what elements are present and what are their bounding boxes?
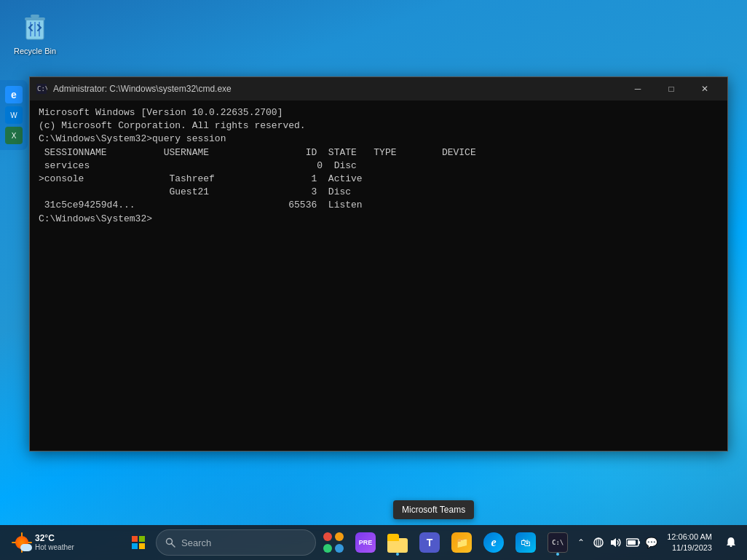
pre-icon: PRE xyxy=(355,532,376,553)
cmd-output-line-9: 31c5ce94259d4... 65536 Listen xyxy=(39,199,719,212)
search-label: Search xyxy=(181,537,211,548)
word-icon-left[interactable]: W xyxy=(5,106,23,124)
cmd-taskbar-button[interactable]: C:\ xyxy=(543,528,572,557)
file-manager-button[interactable]: 📁 xyxy=(447,528,476,557)
cmd-body[interactable]: Microsoft Windows [Version 10.0.22635.27… xyxy=(30,100,727,451)
cmd-output-line-1: Microsoft Windows [Version 10.0.22635.27… xyxy=(39,106,719,119)
taskbar-clock[interactable]: 12:06:00 AM 11/19/2023 xyxy=(661,529,718,557)
desktop: Recycle Bin e W X C:\ Administrator: C:\… xyxy=(0,0,747,560)
microsoft-365-button[interactable] xyxy=(319,528,348,557)
taskbar-center: Search PRE xyxy=(122,528,574,557)
weather-temp: 32°C xyxy=(35,533,74,543)
edge-icon-left[interactable]: e xyxy=(5,86,23,103)
svg-marker-18 xyxy=(611,538,616,547)
svg-rect-21 xyxy=(628,540,636,545)
cmd-window: C:\ Administrator: C:\Windows\system32\c… xyxy=(29,76,728,451)
recycle-bin-svg xyxy=(17,9,52,44)
show-hidden-icons-button[interactable]: ⌃ xyxy=(574,535,588,550)
cmd-controls: ─ □ ✕ xyxy=(621,77,722,100)
start-button[interactable] xyxy=(124,528,153,557)
svg-rect-9 xyxy=(132,536,138,542)
taskbar-left: 32°C Hot weather xyxy=(6,529,122,556)
clock-date: 11/19/2023 xyxy=(672,543,712,553)
notification-button[interactable] xyxy=(721,529,741,556)
store-icon: 🛍 xyxy=(515,532,536,553)
excel-icon-left[interactable]: X xyxy=(5,127,23,144)
notification-bell-icon xyxy=(725,537,737,548)
taskbar: 32°C Hot weather xyxy=(0,525,747,560)
windows-logo xyxy=(132,536,145,549)
microsoft-pre-button[interactable]: PRE xyxy=(351,528,380,557)
cmd-titlebar: C:\ Administrator: C:\Windows\system32\c… xyxy=(30,77,727,100)
svg-rect-10 xyxy=(139,536,145,542)
svg-rect-20 xyxy=(639,541,640,544)
cmd-output-line-5: SESSIONNAME USERNAME ID STATE TYPE DEVIC… xyxy=(39,146,719,159)
cmd-output-line-11: C:\Windows\System32> xyxy=(39,213,719,226)
microsoft-store-button[interactable]: 🛍 xyxy=(511,528,540,557)
svg-rect-2 xyxy=(31,15,39,17)
svg-line-14 xyxy=(172,544,175,548)
cmd-title: Administrator: C:\Windows\system32\cmd.e… xyxy=(53,84,615,94)
weather-widget[interactable]: 32°C Hot weather xyxy=(6,529,80,556)
weather-text: 32°C Hot weather xyxy=(35,533,74,552)
battery-icon[interactable] xyxy=(626,535,641,550)
network-icon[interactable] xyxy=(591,535,606,550)
minimize-button[interactable]: ─ xyxy=(621,77,655,100)
weather-icon xyxy=(12,532,32,553)
microsoft-teams-button[interactable]: T xyxy=(415,528,444,557)
recycle-bin-icon[interactable]: Recycle Bin xyxy=(6,6,64,58)
cmd-output-line-4: C:\Windows\System32>query session xyxy=(39,133,719,146)
file-explorer-icon xyxy=(387,532,408,553)
taskbar-right: ⌃ xyxy=(574,529,741,557)
teams-icon: T xyxy=(419,532,440,553)
volume-icon[interactable] xyxy=(609,535,623,550)
maximize-button[interactable]: □ xyxy=(655,77,688,100)
clock-time: 12:06:00 AM xyxy=(667,532,712,543)
message-icon[interactable]: 💬 xyxy=(644,535,658,550)
svg-rect-11 xyxy=(132,543,138,549)
microsoft-edge-button[interactable]: e xyxy=(479,528,508,557)
cmd-output-line-7: >console Tashreef 1 Active xyxy=(39,173,719,186)
cmd-output-line-8: Guest21 3 Disc xyxy=(39,186,719,199)
left-panel: e W X xyxy=(0,80,28,150)
ms365-icon xyxy=(323,532,344,553)
close-button[interactable]: ✕ xyxy=(688,77,722,100)
weather-condition: Hot weather xyxy=(35,543,74,552)
cmd-output-line-6: services 0 Disc xyxy=(39,159,719,173)
search-icon xyxy=(165,537,175,548)
file-manager-icon: 📁 xyxy=(451,532,472,553)
svg-rect-1 xyxy=(25,17,45,20)
file-explorer-button[interactable] xyxy=(383,528,412,557)
svg-text:C:\: C:\ xyxy=(37,85,47,92)
taskbar-search[interactable]: Search xyxy=(156,529,316,556)
edge-icon: e xyxy=(483,532,504,553)
teams-tooltip: Microsoft Teams xyxy=(393,500,474,519)
cmd-output-line-2: (c) Microsoft Corporation. All rights re… xyxy=(39,119,719,133)
cmd-taskbar-icon: C:\ xyxy=(548,532,568,553)
cmd-icon: C:\ xyxy=(36,83,47,95)
svg-rect-22 xyxy=(730,545,732,547)
recycle-bin-label: Recycle Bin xyxy=(14,47,56,55)
svg-rect-12 xyxy=(139,543,145,549)
